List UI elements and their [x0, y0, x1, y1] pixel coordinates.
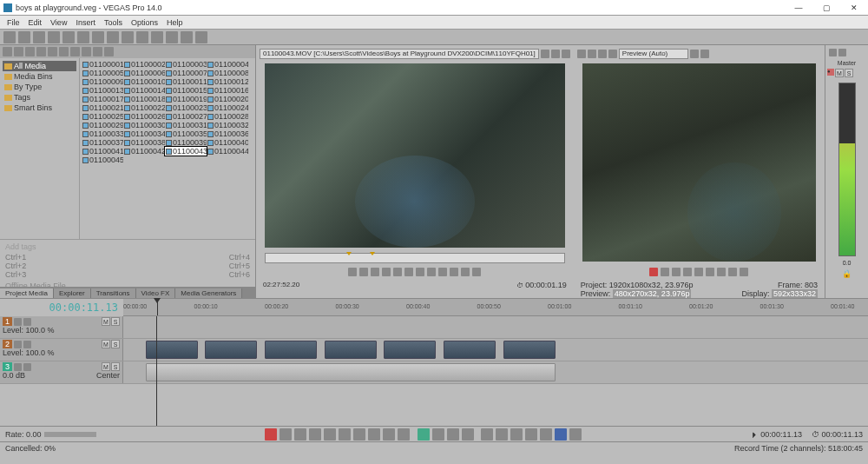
stop-media-icon[interactable] — [82, 47, 91, 56]
trimmer-video[interactable] — [265, 63, 565, 248]
tl-record-icon[interactable] — [265, 428, 277, 441]
tl-end-icon[interactable] — [368, 428, 380, 441]
prev-fx-icon[interactable] — [577, 50, 586, 58]
media-item[interactable]: 01100020.MOV — [207, 95, 248, 103]
media-item[interactable]: 01100041.MOV — [82, 147, 123, 156]
tab-transitions[interactable]: Transitions — [91, 288, 136, 298]
tl-loop-icon[interactable] — [279, 428, 292, 441]
media-item[interactable]: 01100016.MOV — [207, 86, 248, 95]
view-icon[interactable] — [93, 47, 102, 56]
snap-tl-icon[interactable] — [481, 428, 493, 441]
tool-select-icon[interactable] — [447, 428, 459, 441]
prev-snapshot-icon[interactable] — [700, 50, 709, 58]
master-tools-icon[interactable] — [829, 49, 837, 56]
prev-split-icon[interactable] — [588, 50, 596, 58]
media-item[interactable]: 01100032.MOV — [207, 121, 248, 129]
track-mute[interactable]: M — [102, 362, 110, 371]
tool-edit-icon[interactable] — [418, 428, 430, 441]
media-item[interactable]: 01100011.MOV — [165, 77, 207, 86]
play-media-icon[interactable] — [70, 47, 80, 56]
media-item[interactable]: 01100013.MOV — [82, 86, 123, 95]
tl-next-icon[interactable] — [398, 428, 410, 441]
menu-file[interactable]: File — [3, 18, 23, 27]
paste-icon[interactable] — [107, 31, 119, 43]
media-fx-icon[interactable] — [59, 47, 69, 56]
pv-play-icon[interactable] — [672, 268, 681, 276]
media-item[interactable]: 01100021.MOV — [82, 103, 123, 112]
media-item[interactable]: 01100024.MOV — [207, 103, 248, 112]
pv-next-icon[interactable] — [740, 268, 748, 276]
mark-in-icon[interactable] — [438, 268, 447, 276]
media-item[interactable]: 01100027.MOV — [165, 112, 207, 121]
media-item[interactable]: 01100022.MOV — [123, 103, 165, 112]
pv-stop-icon[interactable] — [694, 268, 703, 276]
ignore-group-icon[interactable] — [555, 428, 567, 441]
track-solo[interactable]: S — [111, 340, 120, 348]
track-lane[interactable] — [123, 339, 868, 361]
tree-item[interactable]: All Media — [3, 61, 76, 71]
playhead[interactable] — [157, 299, 158, 315]
tl-start-icon[interactable] — [353, 428, 365, 441]
media-item[interactable]: 01100007.MOV — [165, 69, 207, 77]
help-icon[interactable] — [195, 31, 207, 43]
autoripple-icon[interactable] — [510, 428, 523, 441]
media-item[interactable]: 01100030.MOV — [123, 121, 165, 129]
start-icon[interactable] — [393, 268, 402, 276]
menu-edit[interactable]: Edit — [25, 18, 46, 27]
minimize-button[interactable]: — — [788, 2, 809, 14]
new-icon[interactable] — [3, 31, 16, 43]
timeline-clip[interactable] — [384, 341, 436, 359]
trimmer-more-icon[interactable] — [562, 50, 570, 58]
tree-item[interactable]: By Type — [3, 82, 76, 92]
tree-item[interactable]: Smart Bins — [3, 103, 76, 113]
track-header[interactable]: 1MSLevel: 100.0 % — [0, 316, 123, 338]
add-to-tl-icon[interactable] — [461, 268, 470, 276]
media-item[interactable]: 01100009.MOV — [82, 77, 123, 86]
media-item[interactable]: 01100043.MOV — [165, 147, 207, 156]
snap-icon[interactable] — [151, 31, 163, 43]
timeline-clip[interactable] — [205, 341, 257, 359]
end-icon[interactable] — [404, 268, 413, 276]
media-item[interactable]: 01100004.MOV — [207, 60, 248, 69]
stop-icon[interactable] — [382, 268, 391, 276]
render-icon[interactable] — [48, 31, 60, 43]
menu-view[interactable]: View — [47, 18, 70, 27]
tool-env-icon[interactable] — [432, 428, 444, 441]
get-media-icon[interactable] — [25, 47, 35, 56]
media-item[interactable]: 01100036.MOV — [207, 129, 248, 138]
tab-explorer[interactable]: Explorer — [54, 288, 91, 298]
track-fx-icon[interactable] — [14, 318, 22, 326]
normal-speed-icon[interactable] — [569, 428, 582, 441]
preview-mode-select[interactable]: Preview (Auto) — [619, 49, 688, 59]
media-item[interactable]: 01100014.MOV — [123, 86, 165, 95]
menu-help[interactable]: Help — [163, 18, 187, 27]
cut-icon[interactable] — [77, 31, 89, 43]
media-item[interactable]: 01100003.MOV — [165, 60, 207, 69]
timeline-clip[interactable] — [503, 341, 556, 359]
main-timecode[interactable]: 00:00:11.13 — [49, 302, 118, 314]
timeline-clip[interactable] — [444, 341, 496, 359]
save-icon[interactable] — [33, 31, 45, 43]
next-frame-icon[interactable] — [427, 268, 436, 276]
media-list[interactable]: 01100001.MOV01100002.MOV01100003.MOV0110… — [80, 58, 255, 239]
master-solo[interactable]: S — [845, 69, 853, 77]
undo-icon[interactable] — [122, 31, 134, 43]
media-item[interactable]: 01100042.MOV — [123, 147, 165, 156]
import-icon[interactable] — [3, 47, 12, 56]
tl-prev-icon[interactable] — [383, 428, 395, 441]
media-item[interactable]: 01100035.MOV — [165, 129, 207, 138]
tool-zoom-icon[interactable] — [462, 428, 474, 441]
lock-icon[interactable]: 🔒 — [827, 269, 866, 278]
timeline-clip[interactable] — [265, 341, 317, 359]
track-solo[interactable]: S — [111, 317, 120, 326]
pause-icon[interactable] — [371, 268, 379, 276]
media-item[interactable]: 01100015.MOV — [165, 86, 207, 95]
trimfit-icon[interactable] — [472, 268, 481, 276]
menu-tools[interactable]: Tools — [101, 18, 126, 27]
tree-item[interactable]: Media Bins — [3, 71, 76, 82]
media-props-icon[interactable] — [48, 47, 57, 56]
media-item[interactable]: 01100023.MOV — [165, 103, 207, 112]
timeline-ruler[interactable]: 00:00:0000:00:1000:00:2000:00:3000:00:40… — [123, 299, 868, 316]
props-icon[interactable] — [62, 31, 75, 43]
media-item[interactable]: 01100029.MOV — [82, 121, 123, 129]
